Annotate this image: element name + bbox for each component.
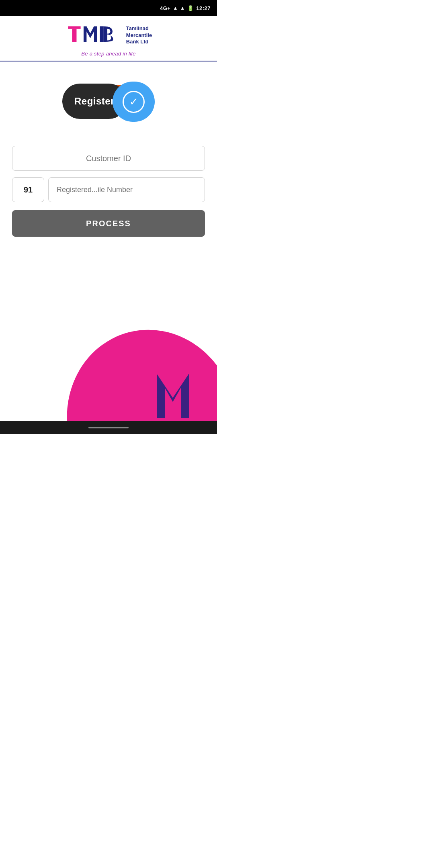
register-label: Register <box>74 96 115 107</box>
main-content: Register ✓ 91 PROCESS <box>0 61 217 237</box>
svg-marker-4 <box>141 374 173 418</box>
svg-marker-5 <box>157 374 189 418</box>
tmb-logo <box>65 23 121 47</box>
country-code-value: 91 <box>24 185 33 194</box>
app-header: Tamilnad Mercantile Bank Ltd Be a step a… <box>0 16 217 61</box>
status-bar: 4G+ ▲ ▲ 🔋 12:27 <box>0 0 217 16</box>
logo-container: Tamilnad Mercantile Bank Ltd <box>65 23 152 47</box>
svg-rect-1 <box>72 29 76 42</box>
battery-icon: 🔋 <box>187 5 194 11</box>
phone-row: 91 <box>12 177 205 202</box>
badge-blue-part: ✓ <box>113 82 155 122</box>
register-badge: Register ✓ <box>62 82 155 122</box>
checkmark-icon: ✓ <box>129 96 138 107</box>
svg-marker-2 <box>84 26 97 42</box>
clock: 12:27 <box>196 5 211 11</box>
nav-pill <box>88 427 129 428</box>
tagline: Be a step ahead in life <box>81 51 136 57</box>
signal-icon: ▲ <box>173 5 178 11</box>
mobile-number-input[interactable] <box>48 177 205 202</box>
svg-rect-3 <box>100 26 103 42</box>
customer-id-input[interactable] <box>12 146 205 171</box>
bottom-logo-mark <box>137 366 209 422</box>
wave-pink <box>47 311 217 434</box>
navigation-bar <box>0 421 217 434</box>
signal-icon-2: ▲ <box>180 5 185 11</box>
svg-rect-0 <box>68 26 80 29</box>
registration-form: 91 PROCESS <box>12 146 205 237</box>
bottom-decoration <box>0 305 217 434</box>
bank-name: Tamilnad Mercantile Bank Ltd <box>126 25 152 46</box>
process-button[interactable]: PROCESS <box>12 210 205 237</box>
network-indicator: 4G+ <box>160 5 170 11</box>
checkmark-circle: ✓ <box>123 91 145 113</box>
country-code-display: 91 <box>12 177 44 202</box>
